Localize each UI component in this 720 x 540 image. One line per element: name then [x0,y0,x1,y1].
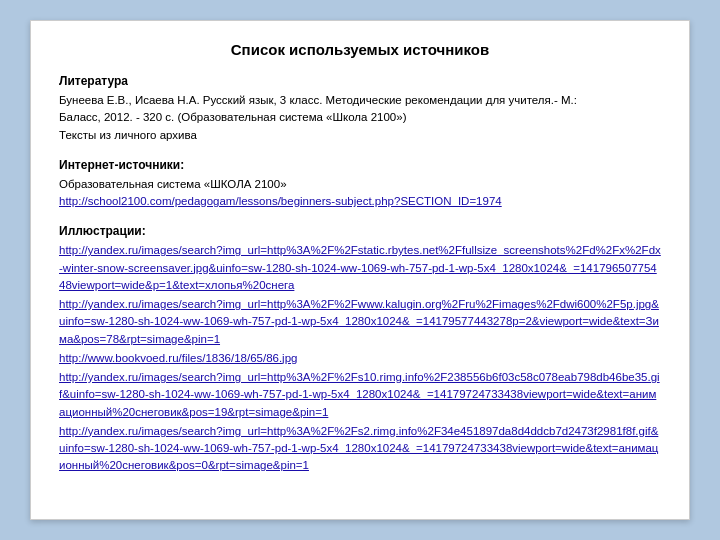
illustration-link-3[interactable]: http://www.bookvoed.ru/files/1836/18/65/… [59,350,661,367]
illustrations-heading: Иллюстрации: [59,224,661,238]
illustrations-section: Иллюстрации: http://yandex.ru/images/sea… [59,224,661,474]
internet-link-1[interactable]: http://school2100.com/pedagogam/lessons/… [59,193,661,210]
literatura-line-3: Тексты из личного архива [59,129,197,141]
main-content: Список используемых источников Литератур… [30,20,690,520]
illustration-link-2[interactable]: http://yandex.ru/images/search?img_url=h… [59,296,661,348]
internet-heading: Интернет-источники: [59,158,661,172]
literatura-heading: Литература [59,74,661,88]
literatura-line-1: Бунеева Е.В., Исаева Н.А. Русский язык, … [59,94,577,106]
literatura-text: Бунеева Е.В., Исаева Н.А. Русский язык, … [59,92,661,144]
illustration-link-4[interactable]: http://yandex.ru/images/search?img_url=h… [59,369,661,421]
literatura-line-2: Баласс, 2012. - 320 с. (Образовательная … [59,111,406,123]
literatura-section: Литература Бунеева Е.В., Исаева Н.А. Рус… [59,74,661,144]
internet-text: Образовательная система «ШКОЛА 2100» [59,176,661,193]
internet-section: Интернет-источники: Образовательная сист… [59,158,661,211]
illustration-link-1[interactable]: http://yandex.ru/images/search?img_url=h… [59,242,661,294]
page-title: Список используемых источников [59,41,661,58]
illustration-link-5[interactable]: http://yandex.ru/images/search?img_url=h… [59,423,661,475]
